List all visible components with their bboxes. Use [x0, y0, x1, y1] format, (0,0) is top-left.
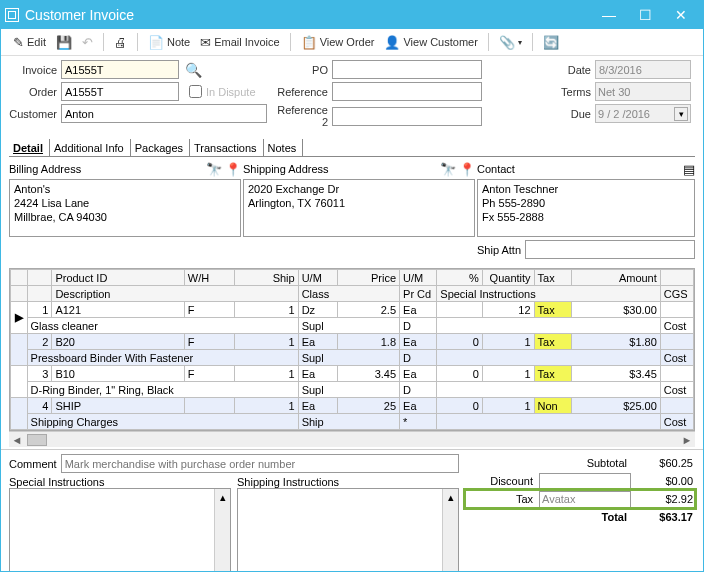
terms-value: Net 30: [598, 86, 630, 98]
pin-icon[interactable]: 📍: [459, 162, 475, 177]
col-um2[interactable]: U/M: [400, 270, 437, 286]
col-amount[interactable]: Amount: [571, 270, 660, 286]
col-class[interactable]: Class: [298, 286, 399, 302]
card-icon[interactable]: ▤: [683, 162, 695, 177]
due-value: 9 / 2 /2016: [598, 108, 650, 120]
col-tax[interactable]: Tax: [534, 270, 571, 286]
note-button[interactable]: 📄Note: [144, 34, 194, 51]
view-customer-button[interactable]: 👤View Customer: [380, 34, 481, 51]
col-qty[interactable]: Quantity: [482, 270, 534, 286]
email-label: Email Invoice: [214, 36, 279, 48]
view-customer-label: View Customer: [403, 36, 477, 48]
row-pointer-icon: ▶: [11, 302, 28, 334]
col-prcd[interactable]: Pr Cd: [400, 286, 437, 302]
scroll-up-icon[interactable]: ▴: [220, 491, 226, 504]
bottom-panel: Comment Special Instructions ▴▾ Shipping…: [1, 449, 703, 572]
in-dispute-checkbox[interactable]: [189, 85, 202, 98]
save-icon: 💾: [56, 36, 72, 49]
table-row[interactable]: Shipping ChargesShip*Cost: [11, 414, 694, 430]
maximize-button[interactable]: ☐: [627, 1, 663, 29]
shipping-instructions-box[interactable]: ▴▾: [237, 488, 459, 572]
tab-transactions[interactable]: Transactions: [190, 139, 264, 156]
tab-additional-info[interactable]: Additional Info: [50, 139, 131, 156]
discount-label: Discount: [465, 475, 539, 487]
col-wh[interactable]: W/H: [184, 270, 234, 286]
comment-label: Comment: [9, 458, 57, 470]
scroll-right-icon[interactable]: ►: [679, 434, 695, 446]
col-um1[interactable]: U/M: [298, 270, 337, 286]
reference-field[interactable]: [332, 82, 482, 101]
binoculars-icon[interactable]: 🔭: [206, 162, 222, 177]
col-ship[interactable]: Ship: [234, 270, 298, 286]
total-value: $63.17: [633, 511, 695, 523]
binoculars-icon[interactable]: 🔭: [440, 162, 456, 177]
col-product-id[interactable]: Product ID: [52, 270, 184, 286]
pin-icon[interactable]: 📍: [225, 162, 241, 177]
comment-field[interactable]: [61, 454, 459, 473]
note-label: Note: [167, 36, 190, 48]
contact-box[interactable]: Anton Teschner Ph 555-2890 Fx 555-2888: [477, 179, 695, 237]
col-description[interactable]: Description: [52, 286, 298, 302]
scrollbar[interactable]: ▴▾: [214, 489, 230, 572]
view-order-label: View Order: [320, 36, 375, 48]
undo-button: ↶: [78, 34, 97, 51]
edit-button[interactable]: ✎Edit: [9, 34, 50, 51]
table-row[interactable]: 4SHIP1Ea25Ea01Non$25.00: [11, 398, 694, 414]
scrollbar[interactable]: ▴▾: [442, 489, 458, 572]
terms-dropdown[interactable]: Net 30: [595, 82, 691, 101]
table-row[interactable]: 2B20F1Ea1.8Ea01Tax$1.80: [11, 334, 694, 350]
due-datepicker[interactable]: 9 / 2 /2016▾: [595, 104, 691, 123]
totals-panel: Subtotal$60.25 Discount$0.00 Tax$2.92 To…: [465, 454, 695, 526]
tab-notes[interactable]: Notes: [264, 139, 304, 156]
ship-attn-field[interactable]: [525, 240, 695, 259]
scroll-up-icon[interactable]: ▴: [448, 491, 454, 504]
table-row[interactable]: Glass cleanerSuplDCost: [11, 318, 694, 334]
special-instructions-box[interactable]: ▴▾: [9, 488, 231, 572]
shipping-instructions-label: Shipping Instructions: [237, 476, 459, 488]
table-row[interactable]: Pressboard Binder With FastenerSuplDCost: [11, 350, 694, 366]
col-price[interactable]: Price: [337, 270, 399, 286]
view-order-button[interactable]: 📋View Order: [297, 34, 379, 51]
refresh-icon: 🔄: [543, 36, 559, 49]
close-button[interactable]: ✕: [663, 1, 699, 29]
grid-horizontal-scrollbar[interactable]: ◄ ►: [9, 431, 695, 447]
tab-packages[interactable]: Packages: [131, 139, 190, 156]
po-field[interactable]: [332, 60, 482, 79]
edit-label: Edit: [27, 36, 46, 48]
reference2-field[interactable]: [332, 107, 482, 126]
table-row[interactable]: D-Ring Binder, 1" Ring, BlackSuplDCost: [11, 382, 694, 398]
refresh-button[interactable]: 🔄: [539, 34, 563, 51]
invoice-label: Invoice: [9, 64, 61, 76]
grid-header-row-2: Description Class Pr Cd Special Instruct…: [11, 286, 694, 302]
minimize-button[interactable]: —: [591, 1, 627, 29]
note-icon: 📄: [148, 36, 164, 49]
print-icon: 🖨: [114, 36, 127, 49]
col-pct[interactable]: %: [437, 270, 483, 286]
scroll-down-icon[interactable]: ▾: [220, 568, 226, 572]
scroll-down-icon[interactable]: ▾: [448, 568, 454, 572]
customer-field[interactable]: [61, 104, 267, 123]
tax-field[interactable]: [539, 491, 631, 508]
print-button[interactable]: 🖨: [110, 34, 131, 51]
shipping-address-box[interactable]: 2020 Exchange Dr Arlington, TX 76011: [243, 179, 475, 237]
total-label: Total: [465, 511, 633, 523]
customer-icon: 👤: [384, 36, 400, 49]
invoice-field[interactable]: [61, 60, 179, 79]
col-cgs[interactable]: CGS: [660, 286, 693, 302]
customer-label: Customer: [9, 108, 61, 120]
reference-label: Reference: [274, 86, 332, 98]
table-row[interactable]: 3B10F1Ea3.45Ea01Tax$3.45: [11, 366, 694, 382]
discount-field[interactable]: [539, 473, 631, 490]
order-field[interactable]: [61, 82, 179, 101]
scroll-left-icon[interactable]: ◄: [9, 434, 25, 446]
table-row[interactable]: ▶1A121F1Dz2.5Ea12Tax$30.00: [11, 302, 694, 318]
dropdown-arrow-icon: ▾: [518, 38, 522, 47]
tab-detail[interactable]: Detail: [9, 139, 50, 156]
subtotal-value: $60.25: [633, 457, 695, 469]
scroll-thumb[interactable]: [27, 434, 47, 446]
attach-button[interactable]: 📎▾: [495, 34, 526, 51]
email-invoice-button[interactable]: ✉Email Invoice: [196, 34, 283, 51]
billing-address-box[interactable]: Anton's 2424 Lisa Lane Millbrae, CA 9403…: [9, 179, 241, 237]
search-icon[interactable]: 🔍: [185, 62, 202, 78]
col-special-instr[interactable]: Special Instructions: [437, 286, 661, 302]
